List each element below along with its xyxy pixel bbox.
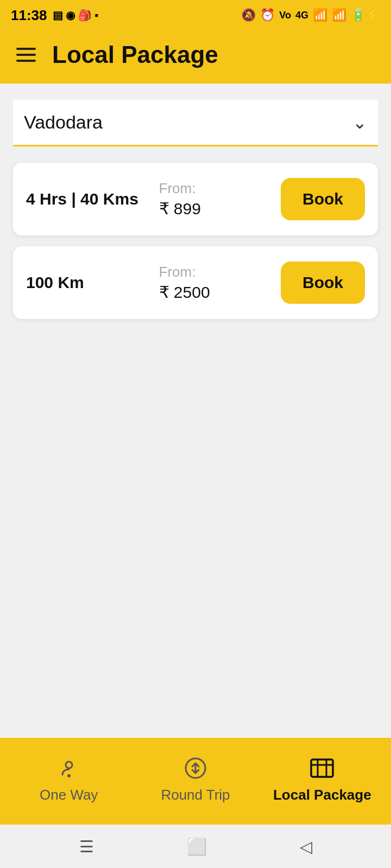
nav-label-local-package: Local Package — [273, 787, 371, 803]
book-button-2[interactable]: Book — [281, 261, 365, 304]
status-time: 11:38 — [11, 7, 47, 24]
package-list: 4 Hrs | 40 Kms From: ₹ 899 Book 100 Km F… — [13, 163, 378, 319]
chevron-down-icon: ⌄ — [352, 112, 367, 133]
card-1-price-section: From: ₹ 899 — [148, 180, 281, 218]
android-home-button[interactable]: ⬜ — [187, 837, 207, 856]
local-package-icon — [308, 754, 336, 782]
hamburger-menu-button[interactable] — [16, 48, 36, 62]
status-left: 11:38 ▤ ◉ 🎒 ▪ — [11, 7, 98, 24]
main-content: Vadodara ⌄ 4 Hrs | 40 Kms From: ₹ 899 Bo… — [0, 84, 391, 738]
city-dropdown[interactable]: Vadodara ⌄ — [13, 100, 378, 146]
status-bar: 11:38 ▤ ◉ 🎒 ▪ 🔕 ⏰ Vo 4G 📶 📶 🔋⚡ — [0, 0, 391, 30]
page-title: Local Package — [52, 41, 218, 68]
status-icons: ▤ ◉ 🎒 ▪ — [53, 9, 99, 22]
card-2-duration: 100 Km — [26, 273, 84, 291]
card-1-price: ₹ 899 — [159, 199, 201, 218]
book-button-1[interactable]: Book — [281, 178, 365, 220]
android-back-button[interactable]: ◁ — [300, 837, 312, 856]
package-card-1: 4 Hrs | 40 Kms From: ₹ 899 Book — [13, 163, 378, 235]
package-card-2: 100 Km From: ₹ 2500 Book — [13, 246, 378, 319]
card-2-price: ₹ 2500 — [159, 283, 210, 302]
card-2-from-label: From: — [159, 264, 196, 280]
volte-icon: Vo — [279, 10, 291, 21]
signal-bars2-icon: 📶 — [332, 8, 346, 22]
nav-item-round-trip[interactable]: Round Trip — [132, 754, 258, 803]
status-right: 🔕 ⏰ Vo 4G 📶 📶 🔋⚡ — [241, 8, 380, 22]
card-1-from-label: From: — [159, 180, 196, 197]
android-nav-bar: ☰ ⬜ ◁ — [0, 825, 391, 868]
signal-4g-icon: 4G — [295, 10, 308, 21]
nav-item-local-package[interactable]: Local Package — [259, 754, 386, 803]
android-menu-button[interactable]: ☰ — [79, 837, 94, 856]
card-1-duration: 4 Hrs | 40 Kms — [26, 190, 138, 208]
app-header: Local Package — [0, 30, 391, 84]
one-way-icon — [55, 754, 83, 782]
nav-label-one-way: One Way — [40, 787, 98, 803]
card-2-info: 100 Km — [26, 271, 148, 294]
svg-rect-3 — [311, 760, 333, 777]
city-dropdown-value: Vadodara — [24, 112, 103, 133]
alarm-icon: ⏰ — [260, 8, 275, 22]
svg-point-0 — [66, 762, 72, 768]
card-1-info: 4 Hrs | 40 Kms — [26, 188, 148, 210]
nav-item-one-way[interactable]: One Way — [5, 754, 132, 803]
svg-point-1 — [67, 774, 71, 777]
battery-icon: 🔋⚡ — [351, 8, 380, 22]
card-2-price-section: From: ₹ 2500 — [148, 264, 281, 302]
silent-icon: 🔕 — [241, 8, 256, 22]
bottom-nav: One Way Round Trip Local Package — [0, 738, 391, 825]
nav-label-round-trip: Round Trip — [161, 787, 230, 803]
round-trip-icon — [181, 754, 210, 782]
signal-bars-icon: 📶 — [313, 8, 327, 22]
